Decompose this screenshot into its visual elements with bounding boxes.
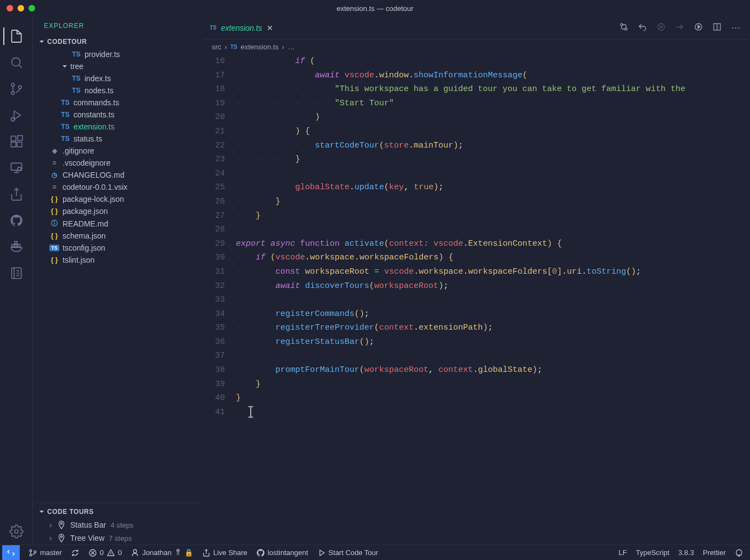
tabs-row: TS extension.ts ✕ ⋯ xyxy=(203,16,750,39)
breadcrumb[interactable]: src › TS extension.ts › … xyxy=(203,39,750,54)
svg-point-18 xyxy=(61,536,63,538)
tab-extension-ts[interactable]: TS extension.ts ✕ xyxy=(203,16,280,39)
live-share-user[interactable]: Jonathan 🎖 🔒 xyxy=(126,545,198,560)
file-item[interactable]: ⓘREADME.md xyxy=(33,217,203,230)
status-bar: master 0 0 Jonathan 🎖 🔒 Live Share losti… xyxy=(0,545,750,560)
code-editor[interactable]: 1617181920212223242526272829303132333435… xyxy=(203,54,750,545)
file-item[interactable]: ◈.gitignore xyxy=(33,145,203,157)
svg-rect-6 xyxy=(11,142,16,147)
svg-point-25 xyxy=(30,554,32,556)
remote-explorer-icon[interactable] xyxy=(3,155,30,181)
svg-rect-12 xyxy=(14,245,16,247)
window-close-button[interactable] xyxy=(7,5,13,12)
window-minimize-button[interactable] xyxy=(18,5,24,12)
line-gutter: 1617181920212223242526272829303132333435… xyxy=(203,54,236,545)
explorer-sidebar: EXPLORER CODETOUR TSprovider.tstreeTSind… xyxy=(33,16,203,545)
github-profile[interactable]: lostintangent xyxy=(252,545,313,560)
compare-changes-icon[interactable] xyxy=(619,22,628,33)
file-tree: TSprovider.tstreeTSindex.tsTSnodes.tsTSc… xyxy=(33,48,203,502)
svg-point-20 xyxy=(625,28,627,30)
close-icon[interactable]: ✕ xyxy=(267,24,273,32)
run-icon[interactable] xyxy=(694,22,703,33)
activity-bar xyxy=(0,16,33,545)
svg-rect-14 xyxy=(14,241,16,244)
file-item[interactable]: { }package-lock.json xyxy=(33,193,203,205)
docker-icon[interactable] xyxy=(3,234,30,260)
debug-icon[interactable] xyxy=(3,102,30,128)
svg-rect-9 xyxy=(11,163,22,170)
split-editor-icon[interactable] xyxy=(713,22,721,33)
svg-point-19 xyxy=(621,24,623,26)
file-item[interactable]: TSstatus.ts xyxy=(33,133,203,145)
more-actions-icon[interactable]: ⋯ xyxy=(731,22,740,33)
sync-button[interactable] xyxy=(66,545,84,560)
file-item[interactable]: TScommands.ts xyxy=(33,97,203,109)
file-item[interactable]: { }schema.json xyxy=(33,230,203,242)
svg-point-3 xyxy=(18,86,21,88)
diff-prev-icon[interactable] xyxy=(657,22,666,33)
remote-indicator[interactable] xyxy=(2,545,20,560)
source-control-icon[interactable] xyxy=(3,76,30,102)
svg-rect-5 xyxy=(11,136,16,141)
file-item[interactable]: TSextension.ts xyxy=(33,121,203,133)
search-icon[interactable] xyxy=(3,49,30,76)
github-icon[interactable] xyxy=(3,207,30,234)
svg-point-28 xyxy=(133,550,137,553)
text-cursor-icon xyxy=(244,405,257,422)
window-maximize-button[interactable] xyxy=(29,5,35,12)
file-item[interactable]: { }tslint.json xyxy=(33,254,203,266)
file-item[interactable]: TSnodes.ts xyxy=(33,84,203,97)
svg-point-26 xyxy=(34,551,36,553)
settings-gear-icon[interactable] xyxy=(3,518,30,545)
eol-indicator[interactable]: LF xyxy=(614,545,631,560)
tour-item[interactable]: ›Tree View7 steps xyxy=(33,531,203,545)
svg-rect-8 xyxy=(18,135,22,140)
typescript-version[interactable]: 3.8.3 xyxy=(674,545,698,560)
tour-item[interactable]: ›Status Bar4 steps xyxy=(33,518,203,531)
file-item[interactable]: ◷CHANGELOG.md xyxy=(33,169,203,181)
problems-button[interactable]: 0 0 xyxy=(84,545,126,560)
diff-next-icon[interactable] xyxy=(675,22,684,33)
file-item[interactable]: { }package.json xyxy=(33,205,203,217)
svg-point-24 xyxy=(30,550,32,552)
file-item[interactable]: TSconstants.ts xyxy=(33,109,203,121)
svg-rect-7 xyxy=(17,142,22,147)
breadcrumb-item[interactable]: extension.ts xyxy=(240,43,278,51)
live-share-button[interactable]: Live Share xyxy=(198,545,252,560)
file-item[interactable]: TSprovider.ts xyxy=(33,48,203,60)
svg-point-1 xyxy=(11,83,14,86)
svg-point-0 xyxy=(12,58,20,66)
breadcrumb-item[interactable]: … xyxy=(287,43,295,51)
git-branch[interactable]: master xyxy=(24,545,66,560)
editor-area: TS extension.ts ✕ ⋯ src › TS extension.t… xyxy=(203,16,750,545)
go-back-icon[interactable] xyxy=(638,22,647,33)
file-item[interactable]: ≡codetour-0.0.1.vsix xyxy=(33,181,203,193)
codetour-icon[interactable] xyxy=(3,260,30,286)
formatter-indicator[interactable]: Prettier xyxy=(698,545,730,560)
sidebar-title: EXPLORER xyxy=(33,16,203,35)
medal-icon: 🎖 xyxy=(174,548,182,557)
language-mode[interactable]: TypeScript xyxy=(631,545,674,560)
folder-item[interactable]: tree xyxy=(33,60,203,72)
svg-rect-11 xyxy=(12,245,14,247)
svg-point-16 xyxy=(14,530,18,534)
extensions-icon[interactable] xyxy=(3,128,30,155)
lock-icon: 🔒 xyxy=(184,548,193,557)
chevron-down-icon xyxy=(37,507,46,516)
start-code-tour-button[interactable]: Start Code Tour xyxy=(313,545,383,560)
explorer-icon[interactable] xyxy=(3,23,30,49)
folder-section-header[interactable]: CODETOUR xyxy=(33,35,203,48)
live-share-icon[interactable] xyxy=(3,181,30,207)
feedback-icon[interactable] xyxy=(730,545,748,560)
codetours-section-header[interactable]: CODE TOURS xyxy=(33,505,203,518)
chevron-down-icon xyxy=(37,37,46,46)
breadcrumb-item[interactable]: src xyxy=(212,43,221,51)
file-item[interactable]: ≡.vscodeignore xyxy=(33,157,203,169)
window-title: extension.ts — codetour xyxy=(336,4,413,13)
file-item[interactable]: TStsconfig.json xyxy=(33,242,203,254)
code-content[interactable]: · · · if (· · · · await vscode.window.sh… xyxy=(236,54,750,545)
file-item[interactable]: TSindex.ts xyxy=(33,72,203,84)
typescript-icon: TS xyxy=(210,25,217,31)
svg-point-17 xyxy=(61,523,63,524)
typescript-icon: TS xyxy=(230,44,238,50)
